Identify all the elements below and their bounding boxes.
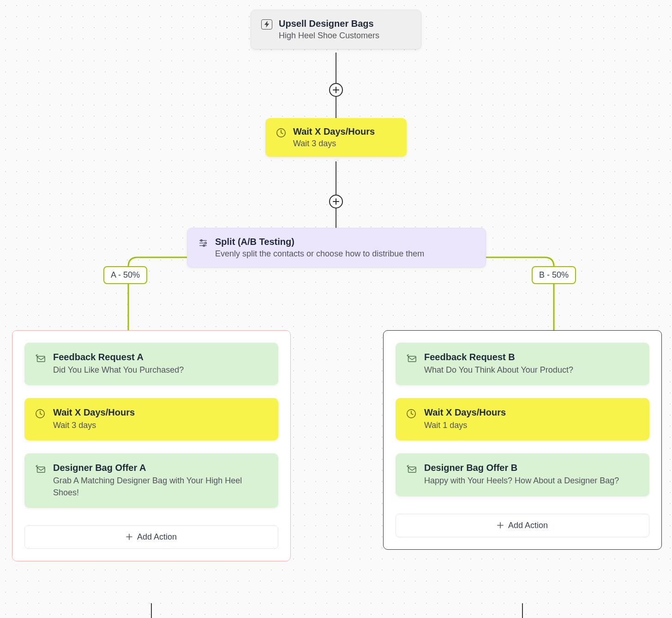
clock-icon	[276, 127, 287, 138]
split-subtitle: Evenly split the contacts or choose how …	[215, 249, 424, 259]
svg-rect-4	[37, 356, 45, 362]
email-icon	[35, 464, 46, 475]
wait-subtitle: Wait 3 days	[293, 139, 375, 149]
lightning-icon	[261, 19, 272, 30]
branch-label-a[interactable]: A - 50%	[103, 266, 147, 284]
email-icon	[406, 353, 417, 364]
add-step-button-2[interactable]	[329, 195, 343, 208]
step-title: Designer Bag Offer A	[53, 463, 268, 473]
wait-title: Wait X Days/Hours	[293, 126, 375, 137]
add-action-label: Add Action	[137, 532, 177, 542]
plus-icon	[126, 534, 132, 540]
clock-icon	[35, 408, 46, 419]
svg-rect-7	[408, 356, 416, 362]
step-subtitle: Did You Like What You Purchased?	[53, 364, 184, 376]
svg-rect-9	[408, 467, 416, 473]
offer-a-step[interactable]: Designer Bag Offer A Grab A Matching Des…	[24, 453, 278, 507]
step-subtitle: Happy with Your Heels? How About a Desig…	[424, 475, 619, 487]
add-action-label: Add Action	[508, 521, 548, 530]
step-title: Feedback Request A	[53, 352, 184, 362]
feedback-a-step[interactable]: Feedback Request A Did You Like What You…	[24, 343, 278, 385]
connector-line	[522, 603, 523, 618]
step-title: Designer Bag Offer B	[424, 463, 619, 473]
add-action-button-a[interactable]: Add Action	[24, 525, 278, 549]
plus-icon	[497, 522, 504, 529]
step-subtitle: What Do You Think About Your Product?	[424, 364, 573, 376]
add-action-button-b[interactable]: Add Action	[396, 514, 649, 537]
split-node[interactable]: Split (A/B Testing) Evenly split the con…	[187, 228, 486, 267]
trigger-title: Upsell Designer Bags	[279, 18, 379, 29]
add-step-button-1[interactable]	[329, 83, 343, 97]
offer-b-step[interactable]: Designer Bag Offer B Happy with Your Hee…	[396, 453, 649, 496]
email-icon	[35, 353, 46, 364]
step-title: Feedback Request B	[424, 352, 573, 362]
svg-rect-6	[37, 467, 45, 473]
wait-b-step[interactable]: Wait X Days/Hours Wait 1 days	[396, 398, 649, 440]
split-title: Split (A/B Testing)	[215, 237, 424, 247]
step-subtitle: Wait 3 days	[53, 420, 135, 431]
svg-point-1	[205, 242, 207, 244]
branch-b-container: Feedback Request B What Do You Think Abo…	[383, 330, 662, 550]
feedback-b-step[interactable]: Feedback Request B What Do You Think Abo…	[396, 343, 649, 385]
step-title: Wait X Days/Hours	[53, 407, 135, 418]
step-subtitle: Grab A Matching Designer Bag with Your H…	[53, 475, 268, 498]
split-icon	[198, 238, 209, 249]
wait-node[interactable]: Wait X Days/Hours Wait 3 days	[265, 118, 407, 157]
branch-a-container: Feedback Request A Did You Like What You…	[12, 330, 291, 561]
trigger-subtitle: High Heel Shoe Customers	[279, 31, 379, 41]
step-subtitle: Wait 1 days	[424, 420, 506, 431]
wait-a-step[interactable]: Wait X Days/Hours Wait 3 days	[24, 398, 278, 440]
email-icon	[406, 464, 417, 475]
trigger-node[interactable]: Upsell Designer Bags High Heel Shoe Cust…	[251, 10, 421, 49]
step-title: Wait X Days/Hours	[424, 407, 506, 418]
branch-label-b[interactable]: B - 50%	[532, 266, 576, 284]
clock-icon	[406, 408, 417, 419]
connector-line	[151, 603, 152, 618]
